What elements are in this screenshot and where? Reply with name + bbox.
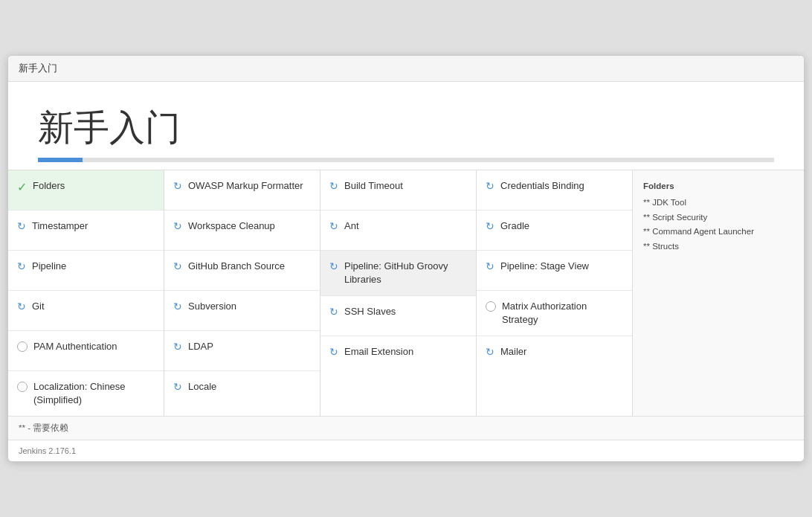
info-panel: Folders ** JDK Tool ** Script Security *… <box>633 170 804 415</box>
list-item[interactable]: ↻ Pipeline <box>8 251 164 291</box>
circle-icon <box>17 382 28 392</box>
progress-track <box>38 158 774 162</box>
main-window: 新手入门 新手入门 ✓ Folders ↻ Timestamper ↻ <box>7 55 805 461</box>
list-item[interactable]: ↻ Credentials Binding <box>477 170 632 211</box>
rotate-icon: ↻ <box>17 220 26 232</box>
check-icon: ✓ <box>17 180 27 194</box>
list-item[interactable]: ✓ Folders <box>8 170 164 211</box>
progress-fill <box>38 158 83 162</box>
info-panel-title: Folders <box>643 179 793 194</box>
rotate-icon: ↻ <box>329 180 338 192</box>
list-item[interactable]: ↻ LDAP <box>164 331 320 371</box>
rotate-icon: ↻ <box>486 346 494 358</box>
list-item[interactable]: ↻ Timestamper <box>8 211 164 251</box>
list-item[interactable]: ↻ Pipeline: GitHub Groovy Libraries <box>320 251 476 295</box>
info-item: ** Script Security <box>643 211 793 225</box>
rotate-icon: ↻ <box>329 220 338 232</box>
list-item[interactable]: Localization: Chinese (Simplified) <box>8 371 164 415</box>
info-item: ** JDK Tool <box>643 196 793 211</box>
rotate-icon: ↻ <box>173 260 182 272</box>
rotate-icon: ↻ <box>17 260 26 272</box>
rotate-icon: ↻ <box>329 306 338 318</box>
grid-col-2: ↻ OWASP Markup Formatter ↻ Workspace Cle… <box>164 170 320 415</box>
info-item: ** Command Agent Launcher <box>643 225 793 240</box>
rotate-icon: ↻ <box>173 220 182 232</box>
list-item[interactable]: ↻ Gradle <box>477 211 632 251</box>
info-panel-content: Folders ** JDK Tool ** Script Security *… <box>633 170 804 263</box>
list-item[interactable]: ↻ OWASP Markup Formatter <box>164 170 320 211</box>
rotate-icon: ↻ <box>486 260 494 272</box>
rotate-icon: ↻ <box>173 180 182 192</box>
list-item[interactable]: ↻ SSH Slaves <box>320 296 476 336</box>
list-item[interactable]: ↻ Email Extension <box>320 336 476 376</box>
rotate-icon: ↻ <box>486 180 494 192</box>
list-item[interactable]: ↻ Git <box>8 291 164 331</box>
list-item[interactable]: PAM Authentication <box>8 331 164 371</box>
footer-note: ** - 需要依赖 <box>8 416 804 440</box>
title-bar: 新手入门 <box>8 56 804 82</box>
grid-col-3: ↻ Build Timeout ↻ Ant ↻ Pipeline: GitHub… <box>320 170 477 415</box>
list-item[interactable]: ↻ Locale <box>164 371 320 411</box>
rotate-icon: ↻ <box>329 346 338 358</box>
jenkins-version: Jenkins 2.176.1 <box>8 440 804 461</box>
grid-col-1: ✓ Folders ↻ Timestamper ↻ Pipeline ↻ Git <box>8 170 164 415</box>
list-item[interactable]: ↻ Workspace Cleanup <box>164 211 320 251</box>
info-item: ** Structs <box>643 240 793 254</box>
rotate-icon: ↻ <box>173 381 182 393</box>
list-item[interactable]: ↻ Pipeline: Stage View <box>477 251 632 291</box>
plugin-grid: ✓ Folders ↻ Timestamper ↻ Pipeline ↻ Git <box>8 170 804 415</box>
circle-icon <box>17 341 28 352</box>
list-item[interactable]: ↻ Ant <box>320 211 476 251</box>
rotate-icon: ↻ <box>329 260 338 272</box>
content-area: 新手入门 ✓ Folders ↻ Timestamper ↻ Pipeline <box>8 82 804 460</box>
rotate-icon: ↻ <box>486 220 494 232</box>
grid-col-4: ↻ Credentials Binding ↻ Gradle ↻ Pipelin… <box>477 170 633 415</box>
circle-icon <box>486 301 496 312</box>
list-item[interactable]: ↻ Subversion <box>164 291 320 331</box>
hero-section: 新手入门 <box>8 82 804 162</box>
list-item[interactable]: ↻ Mailer <box>477 336 632 376</box>
list-item[interactable]: ↻ GitHub Branch Source <box>164 251 320 291</box>
rotate-icon: ↻ <box>17 301 26 312</box>
rotate-icon: ↻ <box>173 341 182 353</box>
hero-title: 新手入门 <box>38 104 774 152</box>
window-title: 新手入门 <box>19 62 57 74</box>
list-item[interactable]: Matrix Authorization Strategy <box>477 291 632 335</box>
rotate-icon: ↻ <box>173 301 182 312</box>
list-item[interactable]: ↻ Build Timeout <box>320 170 476 211</box>
